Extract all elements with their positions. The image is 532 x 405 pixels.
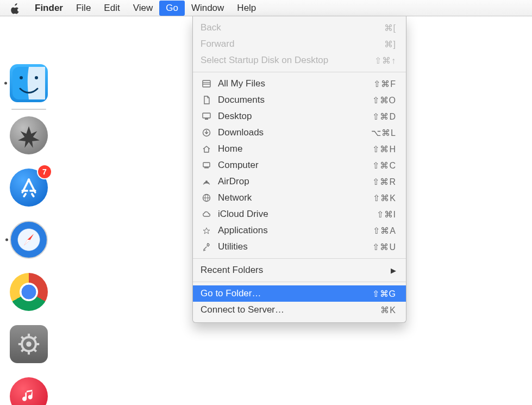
home-icon [201,144,212,154]
svg-line-25 [34,337,36,339]
menubar-item-go[interactable]: Go [159,1,185,16]
menu-item-shortcut: ⇧⌘G [372,289,396,299]
menu-item-network[interactable]: Network ⇧⌘K [193,190,406,206]
svg-line-23 [21,337,24,339]
menu-item-label: Network [218,192,373,203]
applications-icon [201,226,212,235]
svg-rect-6 [203,163,210,167]
menu-item-shortcut: ⌘] [384,39,396,49]
menubar-item-view[interactable]: View [127,1,160,16]
dock-item-launchpad[interactable] [10,116,48,154]
menu-item-forward: Forward ⌘] [193,36,406,52]
dock-item-chrome[interactable] [10,273,48,311]
go-menu-dropdown: Back ⌘[ Forward ⌘] Select Startup Disk o… [192,16,406,323]
menu-item-shortcut: ⇧⌘O [372,95,396,105]
menu-item-applications[interactable]: Applications ⇧⌘A [193,222,406,239]
dock-item-itunes[interactable] [10,377,48,405]
menu-item-label: iCloud Drive [218,209,377,220]
menu-item-shortcut: ⌥⌘L [371,128,396,138]
svg-rect-3 [203,113,210,118]
menu-item-startup-disk: Select Startup Disk on Desktop ⇧⌘↑ [193,52,406,68]
svg-point-13 [20,76,23,79]
menu-item-back: Back ⌘[ [193,20,406,36]
menu-item-shortcut: ⇧⌘↑ [374,55,396,66]
downloads-icon [201,128,212,138]
svg-rect-0 [203,80,210,87]
menu-item-recent-folders[interactable]: Recent Folders ▶ [193,262,406,278]
menu-item-label: Home [218,144,372,154]
running-indicator-icon [5,239,8,241]
dock-item-system-preferences[interactable] [10,325,48,363]
dock-item-appstore[interactable]: 7 [10,169,48,207]
menu-item-airdrop[interactable]: AirDrop ⇧⌘R [193,173,406,190]
menu-item-label: Connect to Server… [201,304,380,315]
menu-item-label: Select Startup Disk on Desktop [201,55,374,66]
svg-rect-4 [205,119,208,120]
menu-item-label: Computer [218,160,372,171]
menu-item-label: Forward [201,39,384,49]
menu-item-shortcut: ⌘K [380,305,396,315]
menubar-item-window[interactable]: Window [185,1,230,16]
menu-item-label: Documents [218,95,372,105]
menu-item-downloads[interactable]: Downloads ⌥⌘L [193,124,406,141]
menu-item-label: All My Files [218,78,373,89]
menu-separator [193,282,406,282]
menu-separator [193,258,406,259]
menu-item-label: Applications [218,225,373,236]
airdrop-icon [201,177,212,186]
menu-item-utilities[interactable]: Utilities ⇧⌘U [193,239,406,255]
menu-item-shortcut: ⇧⌘R [372,177,396,187]
all-my-files-icon [201,79,212,89]
menubar-item-file[interactable]: File [70,1,97,16]
menu-item-label: AirDrop [218,176,372,187]
documents-icon [201,95,212,105]
menubar-item-edit[interactable]: Edit [97,1,126,16]
svg-point-15 [28,178,30,180]
menu-item-shortcut: ⇧⌘H [372,144,396,154]
menu-item-desktop[interactable]: Desktop ⇧⌘D [193,108,406,124]
menu-item-documents[interactable]: Documents ⇧⌘O [193,92,406,108]
dock-badge: 7 [38,165,51,178]
icloud-icon [201,209,212,219]
menu-item-computer[interactable]: Computer ⇧⌘C [193,157,406,173]
menu-item-label: Utilities [218,241,372,252]
svg-line-26 [21,349,24,352]
svg-line-24 [34,349,36,352]
utilities-icon [201,242,212,252]
menu-item-connect-to-server[interactable]: Connect to Server… ⌘K [193,302,406,318]
computer-icon [201,160,212,170]
menu-item-shortcut: ⇧⌘I [377,209,396,220]
menubar: Finder File Edit View Go Window Help [0,0,532,16]
dock: 7 [8,64,50,405]
dock-item-safari[interactable] [10,221,48,259]
dock-item-finder[interactable] [10,64,48,102]
menu-item-home[interactable]: Home ⇧⌘H [193,141,406,157]
menu-item-label: Go to Folder… [201,288,372,299]
menu-item-shortcut: ⇧⌘A [373,226,396,236]
menu-item-go-to-folder[interactable]: Go to Folder… ⇧⌘G [193,285,406,302]
menu-item-shortcut: ⇧⌘F [373,79,396,89]
menubar-item-help[interactable]: Help [230,1,262,16]
menu-item-shortcut: ⇧⌘K [373,193,396,203]
menu-item-shortcut: ⇧⌘U [372,242,396,252]
menu-item-label: Desktop [218,111,372,122]
desktop-icon [201,111,212,121]
svg-rect-7 [204,167,209,169]
submenu-arrow-icon: ▶ [391,266,396,275]
menu-item-label: Back [201,22,384,33]
menubar-item-finder[interactable]: Finder [28,1,70,16]
running-indicator-icon [4,82,7,85]
menu-item-shortcut: ⇧⌘D [372,111,396,122]
menu-item-all-my-files[interactable]: All My Files ⇧⌘F [193,76,406,92]
svg-marker-17 [24,240,30,246]
menu-item-shortcut: ⇧⌘C [372,160,396,171]
menu-item-label: Downloads [218,127,371,138]
dock-separator [11,109,46,110]
menu-item-label: Recent Folders [201,265,391,276]
network-icon [201,193,212,203]
menu-item-icloud[interactable]: iCloud Drive ⇧⌘I [193,206,406,222]
apple-logo-icon[interactable] [11,3,21,13]
menu-separator [193,72,406,72]
svg-point-14 [35,76,38,79]
menu-item-shortcut: ⌘[ [384,23,396,33]
